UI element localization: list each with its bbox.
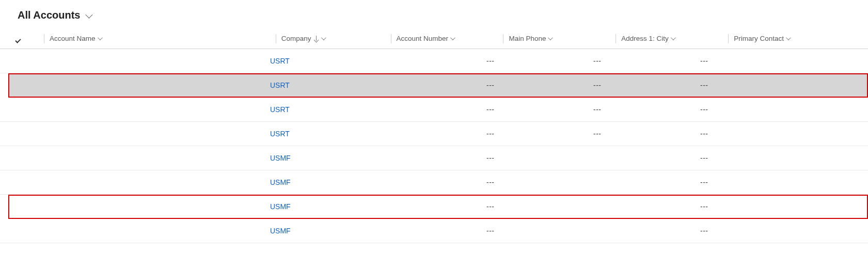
cell-address-city: --- [593, 57, 700, 65]
cell-text: --- [700, 105, 708, 114]
view-title-bar[interactable]: All Accounts [0, 0, 868, 28]
cell-text: --- [593, 57, 602, 65]
chevron-down-icon [786, 35, 791, 40]
cell-primary-contact: --- [700, 154, 834, 162]
cell-company[interactable]: USRT [270, 130, 380, 138]
cell-text: --- [593, 130, 602, 138]
cell-text: --- [700, 202, 708, 211]
chevron-down-icon [97, 35, 102, 40]
cell-text: --- [700, 57, 708, 65]
check-icon [15, 35, 23, 42]
cell-primary-contact: --- [700, 178, 834, 186]
cell-main-phone: --- [486, 227, 593, 235]
cell-main-phone: --- [486, 178, 593, 186]
company-link[interactable]: USRT [270, 105, 290, 114]
cell-text: --- [700, 130, 708, 138]
cell-company[interactable]: USMF [270, 202, 380, 211]
chevron-down-icon [321, 35, 326, 40]
table-row[interactable]: USMF------ [0, 170, 868, 195]
cell-company[interactable]: USRT [270, 105, 380, 114]
cell-text: --- [593, 105, 602, 114]
view-title: All Accounts [18, 9, 81, 21]
cell-company[interactable]: USMF [270, 227, 380, 235]
cell-text: --- [486, 154, 495, 162]
column-label: Company [281, 35, 311, 42]
table-row[interactable]: USRT--------- [0, 122, 868, 146]
chevron-down-icon [548, 35, 553, 40]
column-label: Account Number [397, 35, 449, 42]
column-separator [391, 34, 391, 43]
cell-text: --- [700, 227, 708, 235]
cell-company[interactable]: USMF [270, 178, 380, 186]
cell-text: --- [486, 130, 495, 138]
cell-text: --- [700, 81, 708, 89]
cell-main-phone: --- [486, 105, 593, 114]
table-row[interactable]: USMF------ [8, 195, 868, 219]
cell-text: --- [486, 227, 495, 235]
column-header-address-city[interactable]: Address 1: City [621, 35, 728, 42]
table-row[interactable]: USRT--------- [0, 98, 868, 122]
company-link[interactable]: USRT [270, 130, 290, 138]
cell-address-city: --- [593, 130, 700, 138]
cell-address-city: --- [593, 105, 700, 114]
cell-primary-contact: --- [700, 81, 834, 89]
column-separator [44, 34, 44, 43]
cell-primary-contact: --- [700, 57, 834, 65]
cell-main-phone: --- [486, 202, 593, 211]
cell-text: --- [486, 202, 495, 211]
chevron-down-icon [450, 35, 455, 40]
company-link[interactable]: USMF [270, 178, 291, 186]
table-row[interactable]: USMF------ [0, 146, 868, 170]
company-link[interactable]: USRT [270, 81, 290, 89]
cell-company[interactable]: USRT [270, 57, 380, 65]
column-label: Main Phone [509, 35, 546, 42]
company-link[interactable]: USMF [270, 154, 291, 162]
company-link[interactable]: USMF [270, 227, 291, 235]
cell-primary-contact: --- [700, 202, 834, 211]
sort-desc-icon [314, 35, 319, 42]
table-row[interactable]: USRT--------- [0, 49, 868, 73]
column-separator [728, 34, 729, 43]
table-row[interactable]: USMF------ [0, 219, 868, 243]
company-link[interactable]: USMF [270, 202, 291, 211]
cell-address-city: --- [593, 81, 700, 89]
column-header-company[interactable]: Company [281, 35, 391, 42]
cell-text: --- [700, 178, 708, 186]
cell-text: --- [700, 154, 708, 162]
cell-primary-contact: --- [700, 130, 834, 138]
column-header-row: Account Name Company Account Number Main… [0, 28, 868, 49]
column-separator [616, 34, 616, 43]
chevron-down-icon [671, 35, 676, 40]
column-header-account-name[interactable]: Account Name [50, 35, 276, 42]
cell-main-phone: --- [486, 81, 593, 89]
grid-body: USRT---------USRT---------USRT---------U… [0, 49, 868, 243]
column-header-main-phone[interactable]: Main Phone [509, 35, 616, 42]
cell-text: --- [593, 81, 602, 89]
cell-main-phone: --- [486, 57, 593, 65]
cell-main-phone: --- [486, 154, 593, 162]
cell-main-phone: --- [486, 130, 593, 138]
column-label: Account Name [50, 35, 96, 42]
column-header-primary-contact[interactable]: Primary Contact [734, 35, 868, 42]
column-label: Address 1: City [621, 35, 669, 42]
table-row[interactable]: USRT--------- [8, 73, 868, 98]
column-label: Primary Contact [734, 35, 784, 42]
chevron-down-icon [85, 11, 92, 18]
cell-text: --- [486, 178, 495, 186]
column-header-account-number[interactable]: Account Number [397, 35, 503, 42]
cell-text: --- [486, 105, 495, 114]
column-separator [503, 34, 503, 43]
cell-text: --- [486, 57, 495, 65]
column-separator [276, 34, 276, 43]
cell-company[interactable]: USMF [270, 154, 380, 162]
cell-text: --- [486, 81, 495, 89]
company-link[interactable]: USRT [270, 57, 290, 65]
cell-company[interactable]: USRT [270, 81, 380, 89]
cell-primary-contact: --- [700, 105, 834, 114]
cell-primary-contact: --- [700, 227, 834, 235]
select-all-cell[interactable] [15, 35, 44, 42]
